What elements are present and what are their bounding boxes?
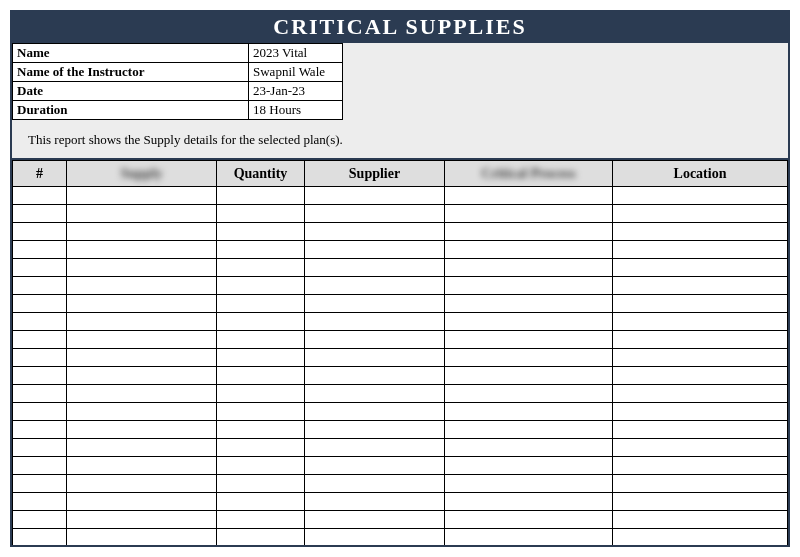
cell-quantity [217,313,305,331]
cell-supplier [305,313,445,331]
cell-supply [67,439,217,457]
cell-supplier [305,349,445,367]
cell-supply [67,205,217,223]
table-row [13,313,788,331]
table-row [13,439,788,457]
cell-supply [67,403,217,421]
col-header-supply-text: Supply [120,166,162,181]
table-row [13,223,788,241]
col-header-supply: Supply [67,161,217,187]
cell-supplier [305,475,445,493]
report-description: This report shows the Supply details for… [12,120,788,158]
cell-quantity [217,385,305,403]
cell-quantity [217,529,305,546]
cell-num [13,511,67,529]
cell-quantity [217,187,305,205]
cell-supplier [305,367,445,385]
cell-location [613,205,788,223]
cell-num [13,475,67,493]
col-header-critical: Critical Process [445,161,613,187]
cell-supply [67,457,217,475]
cell-location [613,331,788,349]
cell-num [13,457,67,475]
cell-critical [445,205,613,223]
meta-row-instructor: Name of the Instructor Swapnil Wale [13,63,343,82]
meta-row-date: Date 23-Jan-23 [13,82,343,101]
cell-num [13,277,67,295]
table-row [13,259,788,277]
meta-row-name: Name 2023 Vital [13,44,343,63]
cell-supplier [305,511,445,529]
cell-location [613,493,788,511]
table-row [13,403,788,421]
cell-critical [445,277,613,295]
cell-supply [67,313,217,331]
cell-supplier [305,277,445,295]
cell-quantity [217,205,305,223]
meta-label-date: Date [13,82,249,101]
cell-critical [445,403,613,421]
col-header-supplier: Supplier [305,161,445,187]
cell-location [613,223,788,241]
cell-num [13,529,67,546]
cell-supplier [305,457,445,475]
table-row [13,241,788,259]
cell-critical [445,223,613,241]
cell-location [613,439,788,457]
cell-num [13,439,67,457]
cell-critical [445,439,613,457]
cell-supplier [305,295,445,313]
cell-num [13,295,67,313]
cell-num [13,331,67,349]
cell-num [13,259,67,277]
table-row [13,493,788,511]
cell-num [13,187,67,205]
data-body [13,187,788,546]
cell-critical [445,313,613,331]
cell-critical [445,457,613,475]
col-header-num: # [13,161,67,187]
cell-supplier [305,241,445,259]
cell-supplier [305,529,445,546]
cell-quantity [217,295,305,313]
cell-location [613,385,788,403]
cell-num [13,367,67,385]
meta-table: Name 2023 Vital Name of the Instructor S… [12,43,343,120]
cell-critical [445,529,613,546]
table-row [13,205,788,223]
cell-location [613,529,788,546]
cell-supplier [305,259,445,277]
col-header-critical-text: Critical Process [481,166,575,181]
cell-quantity [217,421,305,439]
cell-num [13,385,67,403]
meta-value-instructor: Swapnil Wale [249,63,343,82]
cell-critical [445,295,613,313]
cell-supply [67,475,217,493]
cell-supply [67,295,217,313]
cell-supply [67,241,217,259]
table-row [13,295,788,313]
meta-value-date: 23-Jan-23 [249,82,343,101]
cell-num [13,421,67,439]
cell-quantity [217,349,305,367]
meta-row-duration: Duration 18 Hours [13,101,343,120]
cell-location [613,511,788,529]
cell-quantity [217,259,305,277]
cell-supply [67,367,217,385]
table-row [13,511,788,529]
cell-supplier [305,403,445,421]
cell-supplier [305,385,445,403]
cell-location [613,421,788,439]
cell-supplier [305,223,445,241]
table-row [13,331,788,349]
cell-location [613,349,788,367]
cell-critical [445,259,613,277]
cell-critical [445,421,613,439]
cell-quantity [217,241,305,259]
table-row [13,421,788,439]
cell-location [613,457,788,475]
meta-label-instructor: Name of the Instructor [13,63,249,82]
cell-supply [67,187,217,205]
cell-supplier [305,493,445,511]
cell-num [13,223,67,241]
